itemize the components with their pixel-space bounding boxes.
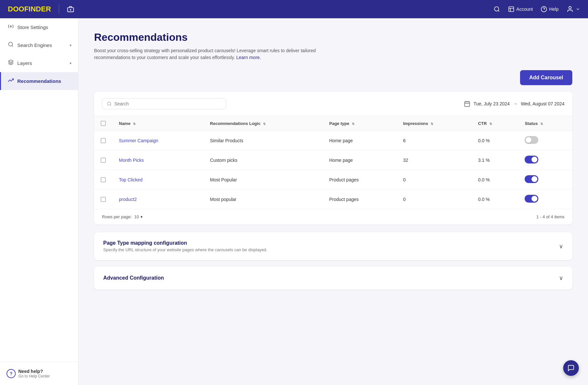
nav-divider (59, 4, 59, 14)
store-icon-button[interactable] (67, 6, 74, 13)
page-description: Boost your cross-selling strategy with p… (94, 47, 316, 61)
row-impressions: 32 (397, 150, 472, 170)
account-icon (508, 6, 514, 12)
page-title: Recommendations (94, 31, 572, 43)
table-row: Month Picks Custom picks Home page 32 3.… (94, 150, 572, 170)
gear-icon (8, 23, 14, 31)
sort-icon[interactable]: ⇅ (263, 122, 266, 126)
col-name: Name ⇅ (112, 116, 204, 131)
collapsible-title-area: Advanced Configuration (103, 275, 164, 281)
account-label: Account (516, 7, 533, 12)
col-status: Status ⇅ (518, 116, 572, 131)
row-checkbox[interactable] (101, 138, 106, 143)
calendar-icon (464, 100, 470, 107)
svg-rect-12 (465, 101, 469, 106)
help-subtitle: Go to Help Center (18, 374, 50, 378)
svg-point-11 (107, 102, 111, 105)
rows-select[interactable]: 10 ▾ (134, 214, 142, 219)
help-circle-icon: ? (7, 369, 16, 378)
help-icon (541, 6, 547, 12)
advanced-config-section: Advanced Configuration ∨ (94, 267, 572, 289)
carousels-table: Name ⇅ Recommendations Logic ⇅ Page type… (94, 116, 572, 209)
table-toolbar: Tue, July 23 2024 → Wed, August 07 2024 (94, 92, 572, 116)
add-carousel-button[interactable]: Add Carousel (520, 70, 572, 85)
help-link[interactable]: ? Need help? Go to Help Center (7, 369, 72, 378)
chevron-icon: ▾ (70, 43, 72, 48)
row-logic: Most Popular (204, 170, 323, 190)
layout: Store Settings Search Engines ▾ Layers ▾ (0, 18, 588, 385)
page-desc-text: Boost your cross-selling strategy with p… (94, 48, 316, 60)
help-title: Need help? (18, 369, 50, 374)
sidebar-item-layers[interactable]: Layers ▾ (0, 54, 78, 72)
sidebar-item-search-engines[interactable]: Search Engines ▾ (0, 36, 78, 54)
svg-marker-10 (8, 60, 13, 63)
row-checkbox[interactable] (101, 177, 106, 182)
search-icon (107, 101, 112, 106)
sort-icon[interactable]: ⇅ (540, 122, 543, 126)
col-page-type: Page type ⇅ (323, 116, 397, 131)
recommendations-icon (8, 77, 14, 85)
main-content: Recommendations Boost your cross-selling… (78, 18, 588, 385)
svg-point-9 (8, 42, 12, 46)
row-logic: Most popular (204, 190, 323, 209)
store-icon (67, 6, 74, 13)
row-name-link[interactable]: product2 (119, 197, 137, 202)
sort-icon[interactable]: ⇅ (133, 122, 136, 126)
sort-icon[interactable]: ⇅ (489, 122, 492, 126)
search-box[interactable] (102, 98, 226, 109)
page-type-mapping-header[interactable]: Page Type mapping configuration Specify … (94, 232, 572, 260)
row-ctr: 3.1 % (471, 150, 518, 170)
collapsible-title-area: Page Type mapping configuration Specify … (103, 240, 267, 252)
page-type-mapping-section: Page Type mapping configuration Specify … (94, 232, 572, 260)
account-button[interactable]: Account (508, 6, 533, 12)
sidebar-item-label: Search Engines (17, 42, 52, 48)
sidebar-item-label: Recommendations (17, 78, 61, 84)
row-name-link[interactable]: Summer Campaign (119, 138, 158, 143)
row-ctr: 0.0 % (471, 170, 518, 190)
row-name-link[interactable]: Month Picks (119, 158, 144, 163)
svg-point-7 (569, 7, 571, 9)
advanced-config-header[interactable]: Advanced Configuration ∨ (94, 267, 572, 289)
section-title: Advanced Configuration (103, 275, 164, 281)
sidebar-item-label: Layers (17, 60, 32, 66)
row-status-toggle[interactable] (525, 156, 538, 163)
search-button[interactable] (494, 6, 500, 12)
row-status-toggle[interactable] (525, 195, 538, 203)
help-button[interactable]: Help (541, 6, 559, 12)
sidebar-item-recommendations[interactable]: Recommendations (0, 72, 78, 90)
search-input[interactable] (114, 101, 221, 106)
rows-per-page: Rows per page: 10 ▾ (102, 214, 143, 219)
sidebar-item-store-settings[interactable]: Store Settings (0, 18, 78, 36)
chat-bubble-button[interactable] (563, 360, 579, 376)
table-row: Summer Campaign Similar Products Home pa… (94, 131, 572, 150)
section-title: Page Type mapping configuration (103, 240, 267, 246)
row-name-link[interactable]: Top Clicked (119, 177, 142, 182)
select-all-checkbox[interactable] (101, 121, 106, 126)
search-engines-icon (8, 41, 14, 49)
col-impressions: Impressions ⇅ (397, 116, 472, 131)
row-checkbox[interactable] (101, 158, 106, 163)
help-label: Help (549, 7, 559, 12)
row-checkbox[interactable] (101, 197, 106, 202)
sort-icon[interactable]: ⇅ (431, 122, 433, 126)
chevron-down-icon: ∨ (559, 274, 563, 282)
row-status-toggle[interactable] (525, 175, 538, 183)
user-menu-button[interactable] (566, 6, 580, 13)
svg-rect-4 (509, 7, 514, 12)
row-impressions: 0 (397, 190, 472, 209)
col-ctr: CTR ⇅ (471, 116, 518, 131)
row-status-toggle[interactable] (525, 136, 538, 144)
carousels-table-card: Tue, July 23 2024 → Wed, August 07 2024 … (94, 92, 572, 224)
row-logic: Custom picks (204, 150, 323, 170)
chat-icon (567, 364, 575, 372)
table-header: Name ⇅ Recommendations Logic ⇅ Page type… (94, 116, 572, 131)
date-arrow-icon: → (513, 101, 517, 106)
row-page-type: Product pages (323, 190, 397, 209)
rows-per-page-value: 10 (134, 214, 139, 219)
logo-text: DOOFINDER (8, 5, 51, 13)
sort-icon[interactable]: ⇅ (352, 122, 354, 126)
learn-more-link[interactable]: Learn more. (236, 55, 261, 60)
row-page-type: Product pages (323, 170, 397, 190)
date-to: Wed, August 07 2024 (521, 101, 564, 106)
chevron-down-icon (576, 7, 580, 11)
